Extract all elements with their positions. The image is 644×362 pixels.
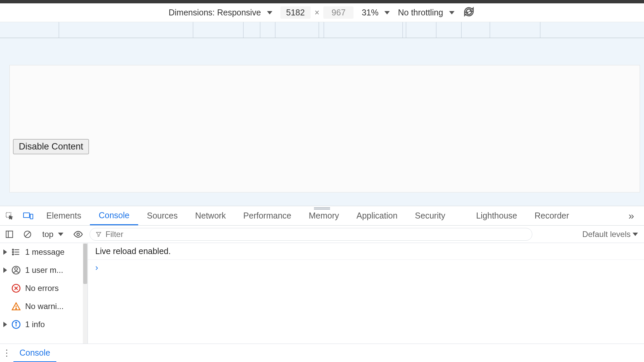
disable-content-button[interactable]: Disable Content xyxy=(13,139,89,154)
throttling-value: No throttling xyxy=(398,8,443,17)
tab-application[interactable]: Application xyxy=(348,206,406,225)
inspect-icon[interactable] xyxy=(0,206,19,225)
ruler-tick xyxy=(402,22,403,38)
svg-point-20 xyxy=(16,308,16,309)
resize-handle[interactable] xyxy=(314,207,330,210)
dimensions-dropdown[interactable]: Dimensions: Responsive xyxy=(169,8,272,17)
ruler-tick xyxy=(260,22,260,38)
sidebar-item-label: 1 message xyxy=(25,247,64,257)
devtools-drawer: ⋮ Console xyxy=(0,344,644,362)
tab-performance[interactable]: Performance xyxy=(234,206,300,225)
svg-rect-1 xyxy=(23,213,30,218)
sidebar-item[interactable]: 1 user m... xyxy=(0,261,88,279)
ruler-tick xyxy=(490,22,490,38)
filter-box[interactable] xyxy=(90,228,532,241)
more-tabs-icon[interactable]: » xyxy=(625,206,644,225)
ruler-tick xyxy=(324,22,324,38)
ruler-tick xyxy=(319,22,319,38)
ruler-tick xyxy=(193,22,193,38)
device-toolbar: Dimensions: Responsive × 31% No throttli… xyxy=(0,3,644,22)
info-icon xyxy=(11,319,21,329)
tab-sources[interactable]: Sources xyxy=(138,206,186,225)
levels-label: Default levels xyxy=(582,230,631,239)
live-expression-icon[interactable] xyxy=(71,229,85,239)
context-selector[interactable]: top xyxy=(39,230,67,239)
svg-rect-3 xyxy=(6,231,13,238)
width-input[interactable] xyxy=(280,6,311,19)
filter-icon xyxy=(95,231,102,238)
tab-lighthouse[interactable]: Lighthouse xyxy=(467,206,526,225)
scrollbar-thumb[interactable] xyxy=(83,244,87,284)
chevron-down-icon xyxy=(633,233,638,236)
sidebar-item[interactable]: No warni... xyxy=(0,297,88,315)
ruler-tick xyxy=(59,22,59,38)
svg-point-13 xyxy=(12,254,14,255)
sidebar-item[interactable]: 1 info xyxy=(0,315,88,334)
dimensions-inputs: × xyxy=(280,6,354,19)
drawer-tab-console[interactable]: Console xyxy=(13,344,56,362)
console-sidebar: 1 message1 user m...No errorsNo warni...… xyxy=(0,243,88,344)
warning-icon xyxy=(11,301,21,311)
rotate-icon[interactable] xyxy=(463,5,475,20)
device-viewport: Disable Content xyxy=(0,38,644,206)
expand-icon[interactable] xyxy=(3,322,7,327)
ruler-tick xyxy=(540,22,540,38)
ruler-tick xyxy=(243,22,244,38)
context-value: top xyxy=(42,230,53,239)
sidebar-item[interactable]: No errors xyxy=(0,279,88,297)
chevron-down-icon xyxy=(384,11,390,14)
ruler-tick xyxy=(436,22,436,38)
sidebar-scrollbar[interactable] xyxy=(83,243,88,344)
list-icon xyxy=(11,247,21,257)
console-log: Live reload enabled. › xyxy=(88,243,644,344)
chevron-down-icon xyxy=(449,11,454,14)
dimensions-separator: × xyxy=(315,8,320,17)
breakpoint-ruler xyxy=(0,22,644,38)
devtools-panel: ElementsConsoleSourcesNetworkPerformance… xyxy=(0,206,644,362)
svg-point-11 xyxy=(12,249,14,250)
toggle-sidebar-icon[interactable] xyxy=(3,230,16,239)
log-message: Live reload enabled. xyxy=(88,243,644,260)
page-frame: Disable Content xyxy=(9,65,640,192)
tab-network[interactable]: Network xyxy=(186,206,235,225)
sidebar-item-label: 1 info xyxy=(25,320,45,329)
svg-rect-2 xyxy=(30,214,33,219)
zoom-value: 31% xyxy=(362,8,378,17)
dimensions-label: Dimensions: Responsive xyxy=(169,8,261,17)
chevron-down-icon xyxy=(58,233,63,236)
console-body: 1 message1 user m...No errorsNo warni...… xyxy=(0,243,644,344)
error-icon xyxy=(11,283,21,293)
svg-point-7 xyxy=(77,233,80,236)
height-input[interactable] xyxy=(323,6,354,19)
sidebar-item-label: No warni... xyxy=(25,302,64,311)
svg-point-12 xyxy=(12,251,14,253)
toggle-device-icon[interactable] xyxy=(19,206,38,225)
clear-console-icon[interactable] xyxy=(21,230,34,239)
svg-point-15 xyxy=(15,267,17,270)
browser-chrome-strip xyxy=(0,0,644,3)
svg-point-23 xyxy=(16,322,17,323)
console-prompt[interactable]: › xyxy=(88,260,644,276)
tab-console[interactable]: Console xyxy=(90,206,138,225)
sidebar-item-label: No errors xyxy=(25,284,59,293)
expand-icon[interactable] xyxy=(3,267,7,273)
ruler-tick xyxy=(406,22,406,38)
ruler-tick xyxy=(275,22,275,38)
ruler-tick xyxy=(461,22,462,38)
svg-line-6 xyxy=(25,232,30,236)
user-icon xyxy=(11,265,21,275)
tab-elements[interactable]: Elements xyxy=(38,206,90,225)
zoom-dropdown[interactable]: 31% xyxy=(362,8,390,17)
filter-input[interactable] xyxy=(105,230,527,239)
sidebar-item[interactable]: 1 message xyxy=(0,243,88,261)
tab-security[interactable]: Security xyxy=(406,206,454,225)
tab-recorder[interactable]: Recorder xyxy=(526,206,578,225)
expand-icon[interactable] xyxy=(3,249,7,255)
drawer-menu-icon[interactable]: ⋮ xyxy=(0,348,13,358)
sidebar-item-label: 1 user m... xyxy=(25,265,63,275)
throttling-dropdown[interactable]: No throttling xyxy=(398,8,454,17)
console-toolbar: top Default levels xyxy=(0,226,644,243)
log-levels-dropdown[interactable]: Default levels xyxy=(582,230,641,239)
chevron-down-icon xyxy=(267,11,272,14)
